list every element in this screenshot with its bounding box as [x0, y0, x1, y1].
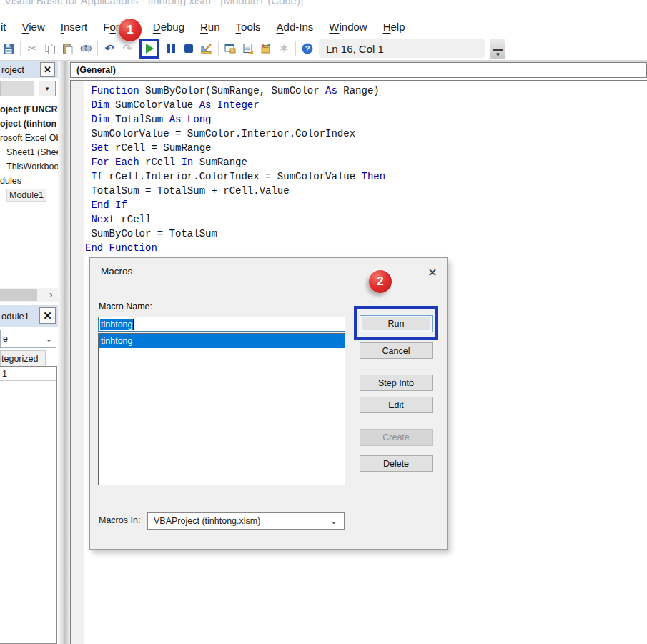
project-explorer-close-icon[interactable]: ✕ — [40, 62, 55, 77]
window-title: Visual Basic for Applications - tinhtong… — [4, 0, 303, 6]
vba-editor-window: Visual Basic for Applications - tinhtong… — [0, 0, 647, 644]
tree-item-module1[interactable]: Module1 — [0, 188, 58, 202]
properties-window-icon[interactable] — [242, 42, 255, 55]
step-into-button[interactable]: Step Into — [360, 375, 433, 391]
code-lines: Function SumByColor(SumRange, SumColor A… — [85, 84, 647, 255]
code-line: Next rCell — [85, 212, 647, 227]
annotation-step-2-badge: 2 — [369, 270, 392, 293]
save-icon[interactable] — [2, 42, 15, 55]
menu-debug[interactable]: Debug — [145, 21, 192, 33]
selected-text: tinhtong — [100, 319, 133, 330]
macro-name-label: Macro Name: — [99, 302, 152, 312]
tree-item-vbaproject-tinhtong[interactable]: oject (tinhton — [0, 117, 58, 131]
margin-indicator-bar — [71, 81, 84, 644]
tree-item-modules[interactable]: dules — [0, 174, 58, 188]
code-line: Set rCell = SumRange — [85, 141, 647, 155]
menu-tools[interactable]: Tools — [228, 21, 269, 33]
run-button[interactable]: Run — [360, 315, 433, 332]
general-combo[interactable]: (General) — [70, 62, 647, 78]
create-button: Create — [360, 429, 433, 446]
project-explorer-icon[interactable] — [224, 42, 237, 55]
chevron-down-icon: ▼ — [44, 86, 50, 92]
dialog-title: Macros — [101, 266, 132, 277]
text-caret — [133, 319, 134, 330]
code-line: SumByColor = TotalSum — [85, 227, 647, 241]
code-line: For Each rCell In SumRange — [85, 155, 647, 169]
run-icon-highlight-box — [139, 39, 159, 59]
macro-list[interactable]: tinhtong — [98, 333, 345, 485]
code-line: Dim TotalSum As Long — [85, 112, 647, 127]
project-tree: oject (FUNCRI oject (tinhton rosoft Exce… — [0, 99, 58, 287]
chevron-down-icon: ⌄ — [46, 335, 52, 344]
macros-in-combo[interactable]: VBAProject (tinhtong.xlsm) ⌄ — [147, 512, 345, 530]
delete-button[interactable]: Delete — [360, 455, 433, 472]
properties-object-combo[interactable]: e ⌄ — [0, 330, 56, 348]
toolbar-separator — [295, 41, 296, 56]
toolbar-separator — [20, 41, 21, 56]
cursor-position-status: Ln 16, Col 1 — [319, 39, 485, 58]
tree-item-sheet1[interactable]: Sheet1 (Sheet — [0, 145, 58, 159]
code-line: Dim SumColorValue As Integer — [85, 98, 647, 112]
menu-window[interactable]: Window — [321, 21, 375, 33]
paste-icon[interactable] — [61, 42, 74, 55]
reset-icon[interactable] — [182, 42, 195, 55]
menu-run[interactable]: Run — [192, 21, 228, 33]
menu-bar: it View Insert Format Debug Run Tools Ad… — [0, 16, 647, 37]
chevron-down-icon: ▼ — [495, 53, 501, 57]
tree-item-vbaproject-funcres[interactable]: oject (FUNCRI — [0, 102, 58, 117]
design-mode-icon[interactable] — [200, 42, 213, 55]
cut-icon[interactable]: ✂ — [26, 42, 39, 55]
code-line: If rCell.Interior.ColorIndex = SumColorV… — [85, 169, 647, 184]
standard-toolbar: ✂ ↶ ↷ ✶ ? — [0, 37, 647, 60]
menu-add-ins[interactable]: Add-Ins — [269, 21, 322, 33]
copy-icon[interactable] — [44, 42, 56, 55]
chevron-down-icon: ⌄ — [330, 516, 337, 526]
help-icon[interactable]: ? — [301, 42, 314, 55]
cancel-button[interactable]: Cancel — [360, 342, 433, 359]
project-toolbar-buttons[interactable] — [0, 81, 34, 96]
macro-name-input[interactable]: tinhtong — [98, 317, 345, 332]
properties-grid[interactable]: 1 — [0, 366, 57, 644]
undo-icon[interactable]: ↶ — [103, 42, 116, 55]
code-line: SumColorValue = SumColor.Interior.ColorI… — [85, 127, 647, 141]
tree-item-microsoft-excel-objects[interactable]: rosoft Excel Ob — [0, 131, 58, 145]
code-line: End If — [85, 198, 647, 212]
scrollbar-right-arrow-icon[interactable]: › — [44, 288, 57, 301]
code-line: Function SumByColor(SumRange, SumColor A… — [85, 84, 647, 98]
menu-insert[interactable]: Insert — [53, 21, 96, 33]
run-icon[interactable] — [146, 44, 154, 54]
scrollbar-thumb[interactable] — [0, 289, 37, 301]
toolbar-separator — [97, 41, 98, 56]
toolbox-icon[interactable]: ✶ — [277, 42, 290, 55]
find-icon[interactable] — [79, 42, 92, 55]
edit-button[interactable]: Edit — [360, 397, 433, 413]
macros-dialog: Macros ✕ Macro Name: tinhtong tinhtong R… — [89, 257, 448, 550]
code-line: End Function — [85, 241, 647, 255]
tab-categorized[interactable]: tegorized — [0, 350, 46, 366]
project-toolbar-dropdown[interactable]: ▼ — [39, 81, 56, 96]
tree-item-thisworkbook[interactable]: ThisWorkbook — [0, 159, 58, 174]
property-row[interactable]: 1 — [0, 367, 56, 381]
toolbar-options-dropdown[interactable]: ▼ — [490, 39, 505, 59]
object-browser-icon[interactable] — [260, 42, 272, 55]
menu-edit[interactable]: it — [0, 21, 14, 33]
annotation-step-1-badge: 1 — [119, 19, 142, 41]
redo-icon[interactable]: ↷ — [121, 42, 134, 55]
svg-text:?: ? — [305, 44, 310, 53]
properties-window-close-icon[interactable]: ✕ — [39, 307, 56, 324]
code-line: TotalSum = TotalSum + rCell.Value — [85, 184, 647, 198]
break-icon[interactable] — [164, 42, 177, 55]
menu-help[interactable]: Help — [375, 21, 413, 33]
panel-splitter[interactable] — [58, 61, 70, 644]
macros-in-label: Macros In: — [99, 515, 140, 525]
list-item-tinhtong[interactable]: tinhtong — [99, 334, 345, 348]
close-icon[interactable]: ✕ — [423, 263, 442, 282]
menu-view[interactable]: View — [14, 21, 53, 33]
toolbar-separator — [218, 41, 219, 56]
